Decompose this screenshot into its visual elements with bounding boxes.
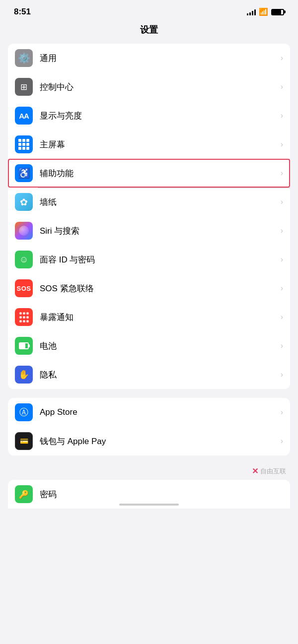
homescreen-label: 主屏幕: [40, 139, 278, 150]
settings-row-homescreen[interactable]: 主屏幕 ›: [8, 130, 290, 159]
wallpaper-chevron: ›: [281, 197, 283, 206]
general-label: 通用: [40, 53, 278, 64]
wallet-label: 钱包与 Apple Pay: [40, 436, 278, 447]
privacy-icon: ✋: [15, 366, 33, 384]
password-label: 密码: [40, 489, 278, 500]
accessibility-icon: ♿: [15, 164, 33, 182]
settings-row-password[interactable]: 🔑 密码 ›: [8, 480, 290, 509]
settings-row-wallpaper[interactable]: ✿ 墙纸 ›: [8, 188, 290, 216]
appstore-chevron: ›: [281, 408, 283, 417]
status-time: 8:51: [14, 7, 31, 17]
exposure-icon: [15, 308, 33, 326]
siri-chevron: ›: [281, 226, 283, 235]
sos-icon: SOS: [15, 279, 33, 297]
settings-row-sos[interactable]: SOS SOS 紧急联络 ›: [8, 274, 290, 303]
settings-group-store: Ⓐ App Store › 💳 钱包与 Apple Pay ›: [8, 398, 290, 455]
settings-row-control-center[interactable]: ⊞ 控制中心 ›: [8, 72, 290, 101]
settings-row-appstore[interactable]: Ⓐ App Store ›: [8, 398, 290, 427]
watermark-text: 自由互联: [260, 467, 286, 476]
general-icon: ⚙️: [15, 49, 33, 67]
exposure-chevron: ›: [281, 313, 283, 322]
general-chevron: ›: [281, 54, 283, 63]
control-center-label: 控制中心: [40, 81, 278, 93]
battery-icon: [271, 9, 284, 15]
accessibility-label: 辅助功能: [40, 168, 278, 179]
battery-chevron: ›: [281, 341, 283, 350]
settings-row-wallet[interactable]: 💳 钱包与 Apple Pay ›: [8, 427, 290, 455]
display-icon: AA: [15, 107, 33, 125]
appstore-label: App Store: [40, 407, 278, 417]
control-center-chevron: ›: [281, 82, 283, 91]
watermark: ✕ 自由互联: [0, 464, 298, 480]
signal-icon: [247, 9, 256, 15]
privacy-chevron: ›: [281, 370, 283, 379]
wallpaper-label: 墙纸: [40, 196, 278, 208]
battery-label: 电池: [40, 340, 278, 352]
wallpaper-icon: ✿: [15, 193, 33, 211]
homescreen-chevron: ›: [281, 140, 283, 149]
settings-row-privacy[interactable]: ✋ 隐私 ›: [8, 360, 290, 389]
wifi-icon: 📶: [259, 7, 268, 16]
page-title: 设置: [0, 20, 298, 44]
settings-row-battery[interactable]: 电池 ›: [8, 331, 290, 360]
status-icons: 📶: [247, 7, 284, 16]
display-chevron: ›: [281, 111, 283, 120]
settings-group-general: ⚙️ 通用 › ⊞ 控制中心 › AA 显示与亮度 › 主屏幕 ›: [8, 44, 290, 389]
battery-settings-icon: [15, 337, 33, 355]
faceid-icon: ☺: [15, 251, 33, 268]
password-icon: 🔑: [15, 485, 33, 503]
settings-row-general[interactable]: ⚙️ 通用 ›: [8, 44, 290, 72]
control-center-icon: ⊞: [15, 78, 33, 96]
appstore-icon: Ⓐ: [15, 403, 33, 421]
privacy-label: 隐私: [40, 369, 278, 381]
settings-row-faceid[interactable]: ☺ 面容 ID 与密码 ›: [8, 245, 290, 274]
wallet-chevron: ›: [281, 437, 283, 446]
display-label: 显示与亮度: [40, 110, 278, 122]
accessibility-chevron: ›: [281, 169, 283, 178]
settings-row-siri[interactable]: Siri 与搜索 ›: [8, 216, 290, 245]
scroll-bar: [119, 504, 179, 506]
settings-row-accessibility[interactable]: ♿ 辅助功能 ›: [8, 159, 290, 188]
status-bar: 8:51 📶: [0, 0, 298, 20]
homescreen-icon: [15, 135, 33, 153]
settings-group-password: 🔑 密码 ›: [8, 480, 290, 509]
exposure-label: 暴露通知: [40, 312, 278, 323]
wallet-icon: 💳: [15, 432, 33, 450]
faceid-label: 面容 ID 与密码: [40, 254, 278, 265]
sos-label: SOS 紧急联络: [40, 283, 278, 294]
settings-row-exposure[interactable]: 暴露通知 ›: [8, 303, 290, 331]
settings-row-display[interactable]: AA 显示与亮度 ›: [8, 101, 290, 130]
faceid-chevron: ›: [281, 255, 283, 264]
siri-icon: [15, 222, 33, 240]
siri-label: Siri 与搜索: [40, 225, 278, 237]
sos-chevron: ›: [281, 284, 283, 293]
